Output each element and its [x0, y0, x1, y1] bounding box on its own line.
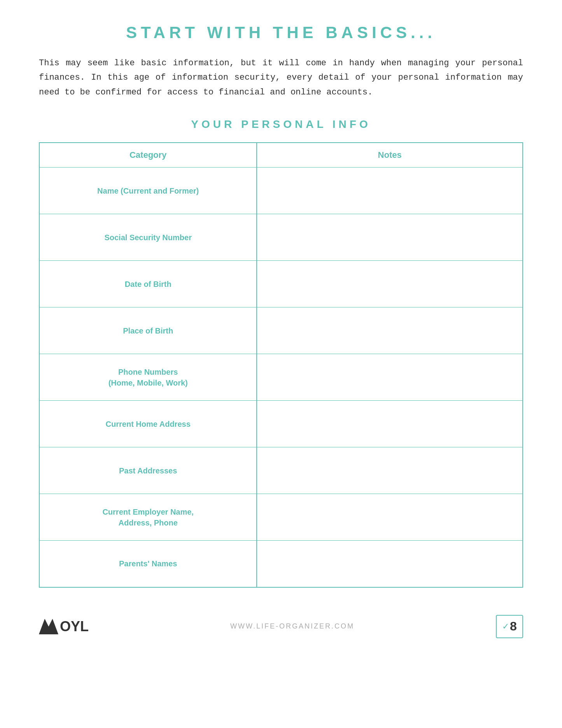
svg-marker-0: [39, 619, 58, 634]
table-cell-notes[interactable]: [257, 307, 523, 354]
table-cell-notes[interactable]: [257, 401, 523, 447]
table-cell-category: Parents' Names: [39, 541, 257, 587]
main-title: START WITH THE BASICS...: [126, 23, 436, 42]
personal-info-table: Category Notes Name (Current and Former)…: [39, 142, 523, 588]
oyl-logo-icon: [39, 619, 58, 634]
table-cell-category: Current Home Address: [39, 401, 257, 447]
table-row: Phone Numbers(Home, Mobile, Work): [39, 354, 523, 401]
table-cell-category: Date of Birth: [39, 261, 257, 307]
page-number-badge: ✓ 8: [496, 615, 523, 638]
table-row: Name (Current and Former): [39, 168, 523, 214]
table-row: Past Addresses: [39, 447, 523, 494]
table-cell-notes[interactable]: [257, 541, 523, 587]
table-row: Parents' Names: [39, 541, 523, 587]
table-cell-category: Place of Birth: [39, 307, 257, 354]
table-cell-category: Phone Numbers(Home, Mobile, Work): [39, 354, 257, 401]
table-cell-category: Current Employer Name,Address, Phone: [39, 494, 257, 541]
table-cell-notes[interactable]: [257, 168, 523, 214]
col-header-category: Category: [39, 143, 257, 168]
col-header-notes: Notes: [257, 143, 523, 168]
table-cell-notes[interactable]: [257, 214, 523, 261]
table-row: Social Security Number: [39, 214, 523, 261]
table-cell-notes[interactable]: [257, 261, 523, 307]
table-cell-notes[interactable]: [257, 447, 523, 494]
table-row: Date of Birth: [39, 261, 523, 307]
intro-paragraph: This may seem like basic information, bu…: [39, 56, 523, 100]
table-cell-category: Name (Current and Former): [39, 168, 257, 214]
table-cell-category: Past Addresses: [39, 447, 257, 494]
page-number: 8: [510, 619, 517, 634]
footer-logo: OYL: [39, 618, 89, 635]
table-cell-category: Social Security Number: [39, 214, 257, 261]
table-row: Current Home Address: [39, 401, 523, 447]
page-container: START WITH THE BASICS... This may seem l…: [39, 23, 523, 705]
footer-website: WWW.LIFE-ORGANIZER.COM: [230, 622, 354, 630]
section-title: YOUR PERSONAL INFO: [191, 118, 371, 131]
checkmark-icon: ✓: [502, 622, 509, 632]
table-cell-notes[interactable]: [257, 494, 523, 541]
table-cell-notes[interactable]: [257, 354, 523, 401]
table-row: Place of Birth: [39, 307, 523, 354]
footer-page-badge: ✓ 8: [496, 615, 523, 638]
table-row: Current Employer Name,Address, Phone: [39, 494, 523, 541]
logo-text: OYL: [60, 618, 89, 635]
page-footer: OYL WWW.LIFE-ORGANIZER.COM ✓ 8: [39, 607, 523, 638]
